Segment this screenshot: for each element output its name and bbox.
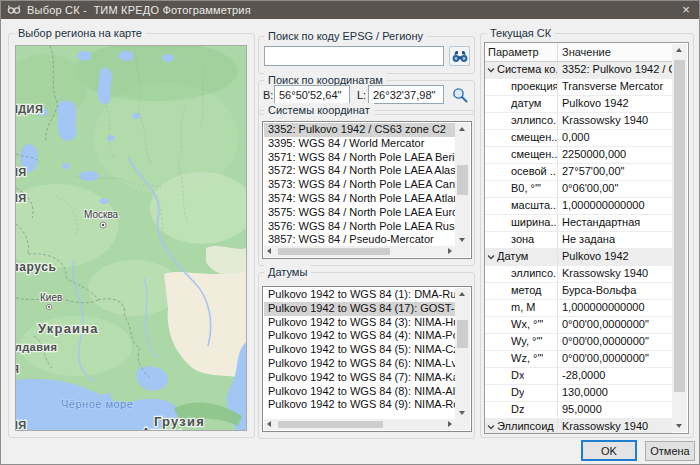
scroll-down-button[interactable] xyxy=(455,233,470,246)
param-name: смещен... xyxy=(511,130,557,146)
tree-row[interactable]: датумPulkovo 1942 xyxy=(485,96,673,113)
scroll-right-button[interactable] xyxy=(443,419,455,430)
horizontal-scrollbar[interactable] xyxy=(264,246,455,257)
epsg-search-button[interactable] xyxy=(449,46,470,66)
region-map[interactable]: НДИЯ ИЯ ИЯ Москва ларусь Киев Украина ол… xyxy=(15,45,247,431)
param-cell: эллипсо... xyxy=(485,113,558,129)
param-cell: смещен... xyxy=(485,147,558,163)
list-item[interactable]: Pulkovo 1942 to WGS 84 (6): NIMA-Lva xyxy=(264,357,455,371)
list-item[interactable]: 3576: WGS 84 / North Pole LAEA Russia xyxy=(264,220,455,234)
tree-row[interactable]: проекцияTransverse Mercator xyxy=(485,79,673,96)
tree-row[interactable]: Dx-28,0000 xyxy=(485,368,673,385)
param-name: датум xyxy=(511,96,541,112)
tree-row[interactable]: эллипсо...Krassowsky 1940 xyxy=(485,266,673,283)
list-item[interactable]: Pulkovo 1942 to WGS 84 (8): NIMA-Alb xyxy=(264,385,455,399)
param-name: смещен... xyxy=(511,147,557,163)
tree-row[interactable]: эллипсо...Krassowsky 1940 xyxy=(485,113,673,130)
tree-row[interactable]: смещен...2250000,000 xyxy=(485,147,673,164)
coord-search-button[interactable] xyxy=(450,85,470,104)
list-item[interactable]: 3395: WGS 84 / World Mercator xyxy=(264,137,455,151)
scroll-left-button[interactable] xyxy=(264,419,276,430)
tree-row[interactable]: зонаНе задана xyxy=(485,232,673,249)
close-button[interactable]: × xyxy=(672,0,700,19)
tree-row[interactable]: Wz, °'"0°00'00,0000000" xyxy=(485,351,673,368)
tree-row[interactable]: осевой ...27°57'00,00" xyxy=(485,164,673,181)
list-item[interactable]: Pulkovo 1942 to WGS 84 (17): GOST-Rus xyxy=(264,302,455,316)
param-name: Эллипсоид xyxy=(497,419,554,433)
scroll-down-button[interactable] xyxy=(672,419,687,432)
epsg-search-label: Поиск по коду EPSG / Региону xyxy=(264,29,427,43)
column-header-param[interactable]: Параметр xyxy=(485,43,558,61)
list-item[interactable]: 3573: WGS 84 / North Pole LAEA Canada xyxy=(264,178,455,192)
param-value: Pulkovo 1942 xyxy=(558,96,673,112)
chevron-down-icon[interactable] xyxy=(485,62,497,78)
scroll-up-button[interactable] xyxy=(455,123,470,136)
list-item[interactable]: Pulkovo 1942 to WGS 84 (9): NIMA-Rom xyxy=(264,398,455,412)
tree-row[interactable]: ЭллипсоидKrassowsky 1940 xyxy=(485,419,673,433)
list-item[interactable]: Pulkovo 1942 to WGS 84 (1): DMA-Rus xyxy=(264,288,455,302)
param-name: Dy xyxy=(511,385,524,401)
scroll-left-button[interactable] xyxy=(264,246,276,257)
systems-label: Системы координат xyxy=(264,103,374,117)
datums-label: Датумы xyxy=(264,265,311,279)
param-cell: эллипсо... xyxy=(485,266,558,282)
list-item[interactable]: Pulkovo 1942 to WGS 84 (7): NIMA-Kaz xyxy=(264,371,455,385)
vertical-scrollbar[interactable] xyxy=(455,123,470,257)
scroll-down-button[interactable] xyxy=(455,406,470,419)
param-cell: датум xyxy=(485,96,558,112)
cancel-button[interactable]: Отмена xyxy=(645,441,695,461)
longitude-input[interactable] xyxy=(368,85,444,104)
tree-row[interactable]: смещен...0,000 xyxy=(485,130,673,147)
param-cell: Dz xyxy=(485,402,558,418)
chevron-down-icon[interactable] xyxy=(485,249,497,265)
tree-row[interactable]: ширина...Нестандартная xyxy=(485,215,673,232)
tree-row[interactable]: Wx, °'"0°00'00,0000000" xyxy=(485,317,673,334)
horizontal-scrollbar[interactable] xyxy=(264,419,455,430)
scrollbar-thumb[interactable] xyxy=(457,320,468,348)
tree-row[interactable]: m, M1,000000000000 xyxy=(485,300,673,317)
list-item[interactable]: 3352: Pulkovo 1942 / CS63 zone C2 xyxy=(264,123,455,137)
epsg-search-input[interactable] xyxy=(264,46,444,66)
param-name: B0, °'" xyxy=(511,181,541,197)
list-item[interactable]: Pulkovo 1942 to WGS 84 (4): NIMA-Pol xyxy=(264,329,455,343)
scroll-up-button[interactable] xyxy=(672,44,687,57)
tree-row[interactable]: методБурса-Вольфа xyxy=(485,283,673,300)
tree-row[interactable]: Dy130,0000 xyxy=(485,385,673,402)
ok-button[interactable]: OK xyxy=(581,440,637,461)
scroll-up-button[interactable] xyxy=(455,288,470,301)
scrollbar-thumb[interactable] xyxy=(278,421,383,428)
tree-row[interactable]: B0, °'"0°06'00,00" xyxy=(485,181,673,198)
list-item[interactable]: 3574: WGS 84 / North Pole LAEA Atlantic xyxy=(264,192,455,206)
datums-listbox[interactable]: Pulkovo 1942 to WGS 84 (1): DMA-RusPulko… xyxy=(262,286,472,432)
tree-row[interactable]: масшта...1,000000000000 xyxy=(485,198,673,215)
scrollbar-thumb[interactable] xyxy=(674,60,685,392)
tree-row[interactable]: ДатумPulkovo 1942 xyxy=(485,249,673,266)
title-bar: Выбор СК - ТИМ КРЕДО Фотограмметрия × xyxy=(0,0,700,19)
list-item[interactable]: 3572: WGS 84 / North Pole LAEA Alaska xyxy=(264,164,455,178)
list-item[interactable]: 3575: WGS 84 / North Pole LAEA Europe xyxy=(264,206,455,220)
list-item[interactable]: Pulkovo 1942 to WGS 84 (3): NIMA-Hun xyxy=(264,316,455,330)
list-item[interactable]: Pulkovo 1942 to WGS 84 (5): NIMA-Cze xyxy=(264,343,455,357)
map-label-city: Москва xyxy=(84,209,119,220)
param-value: Не задана xyxy=(558,232,673,248)
list-item[interactable]: 3571: WGS 84 / North Pole LAEA Bering Se… xyxy=(264,151,455,165)
param-value: 0°00'00,0000000" xyxy=(558,317,673,333)
vertical-scrollbar[interactable] xyxy=(672,44,687,432)
tree-row[interactable]: Dz95,0000 xyxy=(485,402,673,419)
map-label-country: ларусь xyxy=(16,260,57,274)
param-name: Датум xyxy=(497,249,528,265)
scrollbar-thumb[interactable] xyxy=(278,248,390,255)
chevron-down-icon[interactable] xyxy=(485,419,497,433)
tree-row[interactable]: Wy, °'"0°00'00,0000000" xyxy=(485,334,673,351)
parameters-table[interactable]: Параметр Значение Система ко...3352: Pul… xyxy=(484,42,689,434)
tree-row[interactable]: Система ко...3352: Pulkovo 1942 / CS63 .… xyxy=(485,62,673,79)
column-header-value[interactable]: Значение xyxy=(558,43,673,61)
list-item[interactable]: 3857: WGS 84 / Pseudo-Mercator xyxy=(264,233,455,246)
latitude-input[interactable] xyxy=(274,85,350,104)
systems-listbox[interactable]: 3352: Pulkovo 1942 / CS63 zone C23395: W… xyxy=(262,121,472,259)
scroll-right-button[interactable] xyxy=(443,246,455,257)
param-name: ширина... xyxy=(511,215,557,231)
scrollbar-thumb[interactable] xyxy=(457,165,468,195)
vertical-scrollbar[interactable] xyxy=(455,288,470,430)
param-name: Система ко... xyxy=(497,62,557,78)
